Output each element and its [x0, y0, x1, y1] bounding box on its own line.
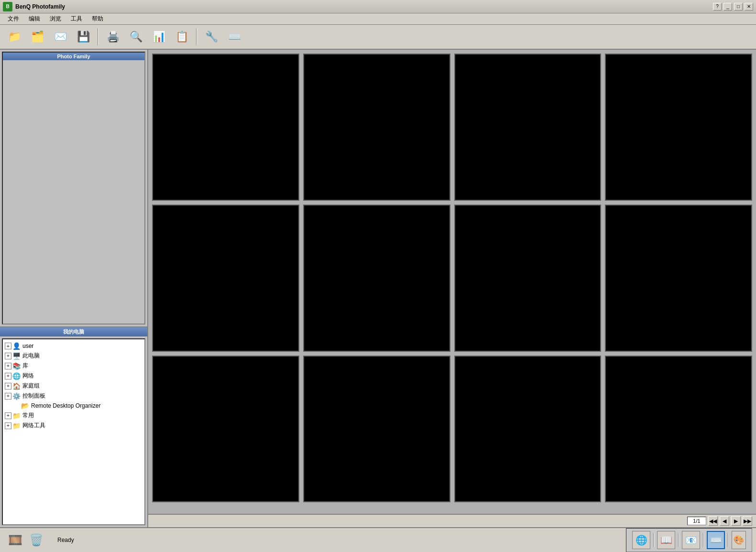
status-icons-left: 🎞️ 🗑️	[0, 529, 52, 552]
right-panel: 1/1 ◀◀ ◀ ▶ ▶▶	[148, 50, 756, 527]
tree-icon-6: 📂	[21, 402, 29, 410]
help-button[interactable]: ?	[713, 3, 722, 11]
tree-item-1[interactable]: +🖥️此电脑	[3, 351, 144, 361]
status-sep-2	[678, 533, 679, 547]
nav-prev-button[interactable]: ◀	[720, 516, 729, 526]
status-palette-button[interactable]: 🎨	[732, 531, 746, 549]
preview-header: Photo Family	[3, 53, 144, 60]
photo-cell-5[interactable]	[303, 205, 450, 352]
title-controls: ? _ □ ✕	[713, 3, 753, 11]
tree-icon-5: ⚙️	[12, 392, 21, 400]
preview-area: Photo Family	[2, 52, 145, 325]
toolbar-open-folder[interactable]: 📁	[4, 27, 25, 46]
status-web-button[interactable]: 🌐	[632, 531, 650, 549]
toolbar-histogram[interactable]: 📊	[148, 27, 169, 46]
status-sep-3	[703, 533, 704, 547]
nav-next-button[interactable]: ▶	[731, 516, 741, 526]
trash-button[interactable]: 🗑️	[27, 530, 46, 550]
tree-item-5[interactable]: +⚙️控制面板	[3, 391, 144, 401]
toolbar-sep-1	[98, 28, 99, 45]
tree-item-7[interactable]: +📁常用	[3, 411, 144, 421]
tree-label-5: 控制面板	[22, 392, 45, 400]
main-content: Photo Family 我的电脑 +👤user+🖥️此电脑+📚库+🌐网络+🏠家…	[0, 50, 756, 527]
menu-item-编辑[interactable]: 编辑	[25, 14, 44, 24]
tree-icon-8: 📁	[12, 422, 21, 430]
tree-icon-3: 🌐	[12, 372, 21, 380]
status-book-button[interactable]: 📖	[657, 531, 675, 549]
tree-label-0: user	[22, 343, 33, 349]
photo-grid-container[interactable]	[148, 50, 756, 514]
tree-expand-8[interactable]: +	[5, 422, 11, 429]
photo-cell-1[interactable]	[303, 54, 450, 201]
status-text: Ready	[52, 537, 626, 543]
menu-item-文件[interactable]: 文件	[4, 14, 23, 24]
tree-item-8[interactable]: +📁网络工具	[3, 421, 144, 431]
tree-expand-1[interactable]: +	[5, 353, 11, 359]
tree-item-6[interactable]: 📂Remote Desktop Organizer	[3, 401, 144, 411]
nav-first-button[interactable]: ◀◀	[708, 516, 718, 526]
status-sep-4	[728, 533, 729, 547]
tree-item-2[interactable]: +📚库	[3, 361, 144, 371]
photo-cell-2[interactable]	[454, 54, 602, 201]
title-text: BenQ Photofamily	[15, 3, 713, 10]
close-button[interactable]: ✕	[745, 3, 753, 11]
toolbar-search[interactable]: 🔍	[125, 27, 146, 46]
nav-last-button[interactable]: ▶▶	[743, 516, 752, 526]
tree-label-7: 常用	[22, 411, 34, 420]
app-icon: B	[3, 2, 12, 11]
toolbar-print[interactable]: 🖨️	[102, 27, 123, 46]
photo-cell-11[interactable]	[605, 356, 752, 503]
photo-cell-7[interactable]	[605, 205, 752, 352]
tree-expand-5[interactable]: +	[5, 393, 11, 400]
photo-cell-0[interactable]	[152, 54, 299, 201]
tree-expand-3[interactable]: +	[5, 373, 11, 379]
photo-cell-10[interactable]	[454, 356, 602, 503]
menu-item-帮助[interactable]: 帮助	[88, 14, 107, 24]
menu-item-工具[interactable]: 工具	[67, 14, 86, 24]
left-panel: Photo Family 我的电脑 +👤user+🖥️此电脑+📚库+🌐网络+🏠家…	[0, 50, 148, 527]
toolbar-sep-2	[196, 28, 197, 45]
toolbar-organize[interactable]: 📋	[171, 27, 192, 46]
photo-cell-8[interactable]	[152, 356, 299, 503]
toolbar-keyboard[interactable]: ⌨️	[224, 27, 245, 46]
toolbar: 📁 🗂️ ✉️ 💾 🖨️ 🔍 📊 📋 🔧 ⌨️	[0, 25, 756, 50]
tree-item-3[interactable]: +🌐网络	[3, 371, 144, 381]
file-tree-container: 我的电脑 +👤user+🖥️此电脑+📚库+🌐网络+🏠家庭组+⚙️控制面板📂Rem…	[0, 326, 147, 527]
tree-expand-2[interactable]: +	[5, 363, 11, 369]
file-tree[interactable]: +👤user+🖥️此电脑+📚库+🌐网络+🏠家庭组+⚙️控制面板📂Remote D…	[2, 338, 145, 525]
photo-cell-3[interactable]	[605, 54, 752, 201]
toolbar-settings[interactable]: 🔧	[201, 27, 222, 46]
menu-item-浏览[interactable]: 浏览	[46, 14, 65, 24]
tree-item-4[interactable]: +🏠家庭组	[3, 381, 144, 391]
tree-item-0[interactable]: +👤user	[3, 341, 144, 351]
photo-cell-6[interactable]	[454, 205, 602, 352]
menu-bar: 文件编辑浏览工具帮助	[0, 13, 756, 25]
toolbar-send-email[interactable]: ✉️	[50, 27, 71, 46]
photo-cell-4[interactable]	[152, 205, 299, 352]
photo-grid	[152, 54, 752, 502]
status-icons-right: 🌐 📖 📧 ⌨️ 🎨	[626, 528, 752, 552]
tree-expand-7[interactable]: +	[5, 412, 11, 419]
tree-icon-0: 👤	[12, 342, 21, 350]
pagination-bar: 1/1 ◀◀ ◀ ▶ ▶▶	[148, 514, 756, 527]
tree-label-1: 此电脑	[22, 352, 40, 360]
photo-cell-9[interactable]	[303, 356, 450, 503]
toolbar-save[interactable]: 💾	[73, 27, 94, 46]
film-roll-button[interactable]: 🎞️	[6, 530, 25, 550]
maximize-button[interactable]: □	[734, 3, 743, 11]
tree-label-3: 网络	[22, 372, 34, 380]
toolbar-photo-album[interactable]: 🗂️	[27, 27, 48, 46]
tree-expand-4[interactable]: +	[5, 383, 11, 390]
tree-expand-0[interactable]: +	[5, 343, 11, 349]
tree-icon-2: 📚	[12, 362, 21, 370]
status-sep-1	[653, 533, 654, 547]
tree-label-2: 库	[22, 362, 28, 370]
status-bar: 🎞️ 🗑️ Ready 🌐 📖 📧 ⌨️ 🎨	[0, 527, 756, 552]
tree-icon-1: 🖥️	[12, 352, 21, 360]
tree-label-4: 家庭组	[22, 382, 40, 390]
status-email-button[interactable]: 📧	[682, 531, 700, 549]
tree-icon-7: 📁	[12, 412, 21, 420]
minimize-button[interactable]: _	[723, 3, 732, 11]
status-keyboard-button[interactable]: ⌨️	[707, 531, 725, 549]
file-tree-header: 我的电脑	[0, 327, 147, 336]
